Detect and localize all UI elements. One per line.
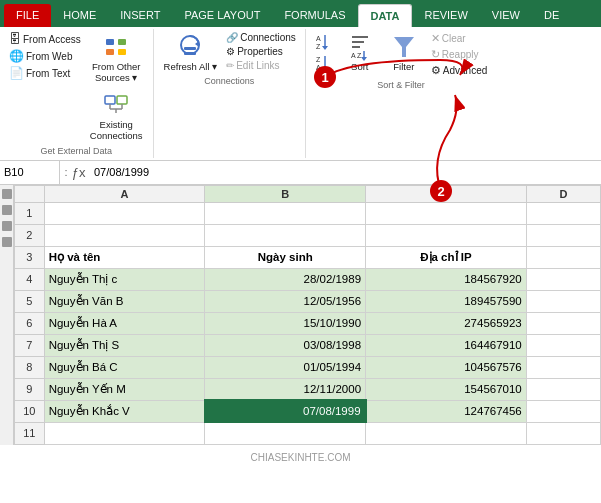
sidebar: [0, 185, 14, 445]
row-header: 3: [15, 246, 45, 268]
cell-reference[interactable]: B10: [0, 161, 60, 184]
cell-d[interactable]: [526, 224, 600, 246]
cell-c[interactable]: 104567576: [366, 356, 527, 378]
tab-data[interactable]: DATA: [358, 4, 413, 27]
cell-b[interactable]: 28/02/1989: [205, 268, 366, 290]
cell-c[interactable]: 124767456: [366, 400, 527, 422]
refresh-icon: [176, 33, 204, 61]
filter-icon: [390, 33, 418, 61]
reapply-button[interactable]: ↻ Reapply: [428, 47, 490, 62]
cell-c[interactable]: 184567920: [366, 268, 527, 290]
properties-button[interactable]: ⚙ Properties: [223, 45, 299, 58]
cell-d[interactable]: [526, 202, 600, 224]
svg-text:A: A: [316, 35, 321, 42]
row-header: 4: [15, 268, 45, 290]
cell-b[interactable]: 01/05/1994: [205, 356, 366, 378]
sort-icon: A Z: [346, 33, 374, 61]
annotation-circle-1: 1: [314, 66, 336, 88]
cell-b[interactable]: [205, 224, 366, 246]
cell-a[interactable]: Nguyễn Khắc V: [44, 400, 205, 422]
row-header: 10: [15, 400, 45, 422]
col-header-a: A: [44, 185, 205, 202]
tab-review[interactable]: REVIEW: [412, 4, 479, 27]
connections-button[interactable]: 🔗 Connections: [223, 31, 299, 44]
clear-button[interactable]: ✕ Clear: [428, 31, 490, 46]
cell-b[interactable]: [205, 202, 366, 224]
cell-a[interactable]: Nguyễn Thị S: [44, 334, 205, 356]
existing-connections-button[interactable]: ExistingConnections: [86, 89, 147, 144]
svg-rect-3: [118, 49, 126, 55]
svg-text:A: A: [351, 52, 356, 59]
cell-a[interactable]: Nguyễn Hà A: [44, 312, 205, 334]
cell-b[interactable]: 03/08/1998: [205, 334, 366, 356]
cell-a[interactable]: Nguyễn Văn B: [44, 290, 205, 312]
svg-text:Z: Z: [357, 52, 362, 59]
tab-file[interactable]: FILE: [4, 4, 51, 27]
tab-formulas[interactable]: FORMULAS: [272, 4, 357, 27]
text-icon: 📄: [9, 66, 24, 80]
svg-marker-17: [322, 46, 328, 50]
svg-marker-11: [195, 41, 199, 47]
from-web-button[interactable]: 🌐 From Web: [6, 48, 84, 64]
sort-filter-buttons: A Z Z A: [312, 31, 490, 78]
cell-c[interactable]: [366, 224, 527, 246]
from-other-sources-button[interactable]: From OtherSources ▾: [86, 31, 147, 86]
sidebar-icon-2: [2, 205, 12, 215]
cell-b[interactable]: 12/05/1956: [205, 290, 366, 312]
cell-d[interactable]: [526, 246, 600, 268]
cell-a[interactable]: Nguyễn Thị c: [44, 268, 205, 290]
cell-d[interactable]: [526, 400, 600, 422]
cell-a[interactable]: [44, 422, 205, 444]
cell-c[interactable]: 164467910: [366, 334, 527, 356]
cell-c[interactable]: 189457590: [366, 290, 527, 312]
cell-b[interactable]: 15/10/1990: [205, 312, 366, 334]
from-text-button[interactable]: 📄 From Text: [6, 65, 84, 81]
cell-a[interactable]: Nguyễn Yến M: [44, 378, 205, 400]
cell-a[interactable]: [44, 202, 205, 224]
cell-c[interactable]: 154567010: [366, 378, 527, 400]
row-header: 5: [15, 290, 45, 312]
tab-page-layout[interactable]: PAGE LAYOUT: [172, 4, 272, 27]
corner-header: [15, 185, 45, 202]
ribbon-group-sort-filter: A Z Z A: [306, 29, 496, 158]
sort-filter-label: Sort & Filter: [377, 80, 425, 90]
svg-rect-4: [105, 96, 115, 104]
filter-button[interactable]: Filter: [384, 31, 424, 74]
cell-d[interactable]: [526, 268, 600, 290]
cell-c[interactable]: 274565923: [366, 312, 527, 334]
svg-rect-12: [184, 47, 196, 50]
existing-conn-icon: [102, 91, 130, 119]
cell-b[interactable]: [205, 422, 366, 444]
cell-d[interactable]: [526, 422, 600, 444]
cell-b[interactable]: 07/08/1999: [205, 400, 366, 422]
connections-label: Connections: [204, 76, 254, 86]
ribbon-group-connections: Refresh All ▾ 🔗 Connections ⚙ Properties…: [154, 29, 306, 158]
cell-b[interactable]: Ngày sinh: [205, 246, 366, 268]
web-icon: 🌐: [9, 49, 24, 63]
cell-d[interactable]: [526, 378, 600, 400]
sort-button[interactable]: A Z Sort: [340, 31, 380, 74]
tab-insert[interactable]: INSERT: [108, 4, 172, 27]
cell-a[interactable]: [44, 224, 205, 246]
formula-input[interactable]: [90, 166, 601, 178]
cell-a[interactable]: Nguyễn Bá C: [44, 356, 205, 378]
advanced-button[interactable]: ⚙ Advanced: [428, 63, 490, 78]
refresh-all-button[interactable]: Refresh All ▾: [160, 31, 222, 74]
tab-view[interactable]: VIEW: [480, 4, 532, 27]
cell-d[interactable]: [526, 356, 600, 378]
tab-home[interactable]: HOME: [51, 4, 108, 27]
from-access-button[interactable]: 🗄 From Access: [6, 31, 84, 47]
cell-a[interactable]: Họ và tên: [44, 246, 205, 268]
connections-buttons: Refresh All ▾ 🔗 Connections ⚙ Properties…: [160, 31, 299, 74]
col-header-b: B: [205, 185, 366, 202]
cell-d[interactable]: [526, 312, 600, 334]
sort-az-button[interactable]: A Z: [312, 31, 336, 51]
cell-c[interactable]: Địa chỉ IP: [366, 246, 527, 268]
edit-links-button[interactable]: ✏ Edit Links: [223, 59, 299, 72]
tab-de[interactable]: DE: [532, 4, 571, 27]
cell-d[interactable]: [526, 334, 600, 356]
cell-b[interactable]: 12/11/2000: [205, 378, 366, 400]
cell-c[interactable]: [366, 422, 527, 444]
cell-c[interactable]: [366, 202, 527, 224]
cell-d[interactable]: [526, 290, 600, 312]
